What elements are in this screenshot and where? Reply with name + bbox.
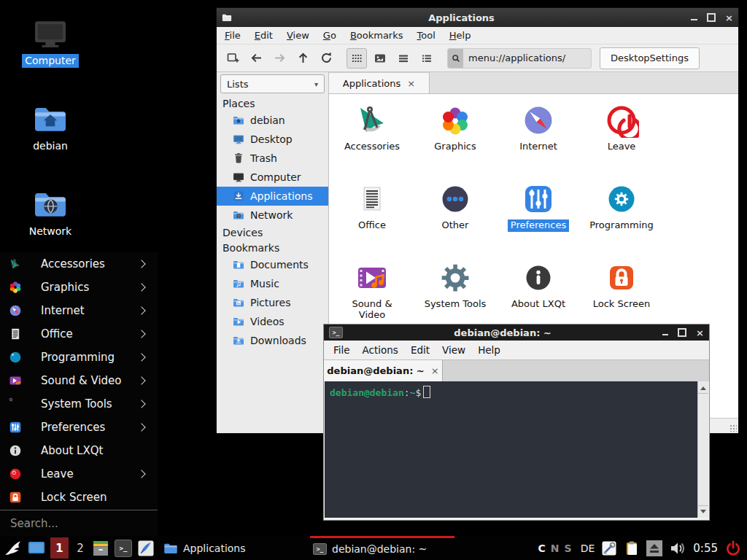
bookmark-documents[interactable]: Documents xyxy=(217,255,328,274)
menu-item-accessories[interactable]: Accessories xyxy=(0,252,158,276)
keyboard-indicator[interactable]: C N S xyxy=(538,542,572,554)
back-button[interactable] xyxy=(246,48,266,69)
terminal-menu-view[interactable]: View xyxy=(442,344,465,356)
close-button[interactable]: × xyxy=(725,13,733,23)
place-desktop[interactable]: Desktop xyxy=(217,130,328,149)
app-item-leave[interactable]: Leave xyxy=(580,103,663,182)
desktop-settings-button[interactable]: DesktopSettings xyxy=(600,47,700,69)
submenu-arrow-icon xyxy=(137,470,145,478)
forward-button[interactable] xyxy=(269,48,290,69)
terminal-launcher-icon[interactable]: >_ xyxy=(115,540,132,557)
text-editor-launcher-icon[interactable] xyxy=(137,540,155,557)
terminal-menu-actions[interactable]: Actions xyxy=(363,344,398,356)
task-terminal[interactable]: >_ debian@debian: ~ xyxy=(310,536,454,560)
app-item-other[interactable]: Other xyxy=(414,182,497,260)
fm-menu-bookmarks[interactable]: Bookmarks xyxy=(350,30,403,41)
fm-tab-applications[interactable]: Applications × xyxy=(329,72,430,93)
bookmark-music[interactable]: Music xyxy=(217,274,328,293)
music-folder-icon xyxy=(233,278,244,289)
terminal-titlebar[interactable]: >_ debian@debian: ~ × xyxy=(324,324,709,341)
resize-grip[interactable] xyxy=(729,424,737,432)
terminal-menu-help[interactable]: Help xyxy=(478,344,500,356)
app-item-preferences[interactable]: Preferences xyxy=(497,182,580,260)
workspace-1-button[interactable]: 1 xyxy=(50,537,69,559)
detailed-list-view-button[interactable] xyxy=(393,48,414,69)
compact-view-button[interactable] xyxy=(417,48,437,69)
eject-removable-media-icon[interactable] xyxy=(646,540,662,557)
fm-menu-help[interactable]: Help xyxy=(449,30,471,41)
maximize-button[interactable] xyxy=(678,328,686,337)
up-button[interactable] xyxy=(293,48,313,69)
terminal-menu-file[interactable]: File xyxy=(333,344,350,356)
icon-view-button[interactable] xyxy=(347,48,367,69)
clock[interactable]: 0:55 xyxy=(693,542,718,555)
screenshot-tool-icon[interactable] xyxy=(601,540,617,556)
terminal-menu-edit[interactable]: Edit xyxy=(411,344,430,356)
menu-item-office[interactable]: Office xyxy=(0,322,158,346)
prompt-user-host: debian@debian xyxy=(330,387,404,398)
sidebar-mode-combo[interactable]: Lists▾ xyxy=(220,74,325,93)
tab-close-icon[interactable]: × xyxy=(431,365,439,376)
keyboard-layout-indicator[interactable]: DE xyxy=(581,542,595,554)
workspace-2-button[interactable]: 2 xyxy=(74,542,87,555)
submenu-arrow-icon xyxy=(137,353,145,361)
path-bar[interactable]: menu://applications/ xyxy=(447,48,592,69)
desktop-switcher-icon[interactable] xyxy=(28,540,45,557)
thumbnail-view-button[interactable] xyxy=(370,48,390,69)
app-item-graphics[interactable]: Graphics xyxy=(414,103,497,182)
fm-menu-edit[interactable]: Edit xyxy=(255,30,273,41)
fm-titlebar[interactable]: Applications × xyxy=(217,8,738,27)
scroll-down-icon[interactable] xyxy=(698,505,708,516)
reload-button[interactable] xyxy=(316,48,336,69)
close-button[interactable]: × xyxy=(696,328,704,338)
task-applications[interactable]: Applications xyxy=(160,536,305,560)
terminal-tab[interactable]: debian@debian: ~ × xyxy=(324,360,443,381)
new-tab-button[interactable] xyxy=(222,48,243,69)
app-item-office[interactable]: Office xyxy=(330,182,414,260)
menu-item-sound-video[interactable]: Sound & Video xyxy=(0,369,158,392)
clipboard-icon[interactable] xyxy=(624,540,640,556)
file-manager-launcher-icon[interactable] xyxy=(92,540,109,557)
preferences-icon xyxy=(521,182,556,217)
menu-item-internet[interactable]: Internet xyxy=(0,299,158,322)
bookmark-pictures[interactable]: Pictures xyxy=(217,293,328,312)
app-item-programming[interactable]: Programming xyxy=(580,182,663,260)
menu-item-about-lxqt[interactable]: About LXQt xyxy=(0,439,158,462)
lxqt-menu-button[interactable] xyxy=(4,539,23,558)
fm-menu-file[interactable]: File xyxy=(225,30,241,41)
menu-item-lock-screen[interactable]: Lock Screen xyxy=(0,486,158,509)
app-item-internet[interactable]: Internet xyxy=(497,103,580,182)
menu-item-graphics[interactable]: Graphics xyxy=(0,276,158,299)
menu-item-leave[interactable]: Leave xyxy=(0,462,158,486)
menu-search-input[interactable] xyxy=(9,516,149,531)
menu-item-programming[interactable]: Programming xyxy=(0,346,158,369)
fm-menu-go[interactable]: Go xyxy=(323,30,336,41)
bookmark-downloads[interactable]: Downloads xyxy=(217,331,328,350)
shutdown-button[interactable] xyxy=(724,540,742,557)
place-applications[interactable]: Applications xyxy=(217,187,328,206)
fm-menu-view[interactable]: View xyxy=(287,30,309,41)
scroll-up-icon[interactable] xyxy=(698,383,708,394)
desktop-icon xyxy=(233,133,244,145)
place-home[interactable]: debian xyxy=(217,111,328,130)
menu-item-preferences[interactable]: Preferences xyxy=(0,416,158,439)
maximize-button[interactable] xyxy=(707,13,716,22)
desktop-icon-network[interactable]: Network xyxy=(15,187,85,238)
fm-menu-tool[interactable]: Tool xyxy=(417,30,436,41)
minimize-button[interactable] xyxy=(691,19,697,20)
bookmark-videos[interactable]: Videos xyxy=(217,312,328,331)
terminal-screen[interactable]: debian@debian:~$ xyxy=(325,381,697,518)
place-network[interactable]: Network xyxy=(217,206,328,225)
app-item-accessories[interactable]: Accessories xyxy=(330,103,414,182)
tab-close-icon[interactable]: × xyxy=(407,78,415,89)
menu-search[interactable] xyxy=(0,510,158,536)
place-computer[interactable]: Computer xyxy=(217,168,328,187)
desktop-icon-home[interactable]: debian xyxy=(15,101,85,153)
documents-folder-icon xyxy=(233,259,244,271)
desktop-icon-computer[interactable]: Computer xyxy=(15,16,85,68)
minimize-button[interactable] xyxy=(662,334,668,335)
volume-icon[interactable] xyxy=(669,540,686,556)
menu-item-system-tools[interactable]: System Tools xyxy=(0,392,158,416)
terminal-scrollbar[interactable] xyxy=(697,381,708,518)
place-trash[interactable]: Trash xyxy=(217,149,328,168)
